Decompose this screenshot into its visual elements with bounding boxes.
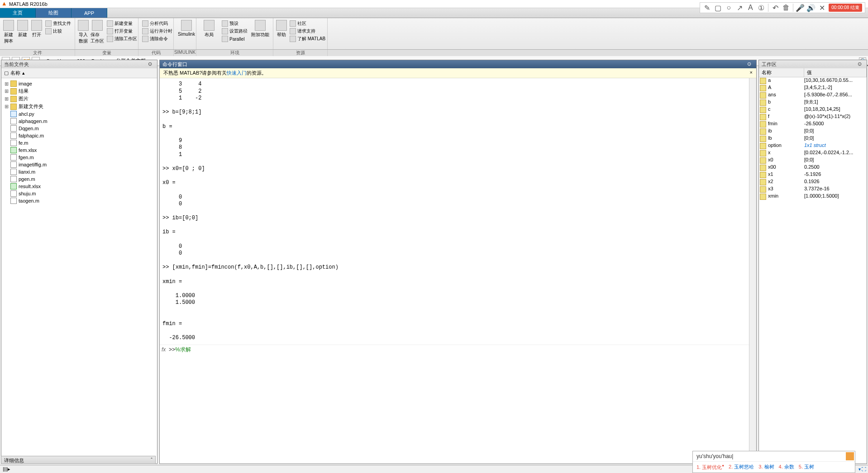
- arrow-icon[interactable]: ↗: [735, 4, 744, 12]
- ws-var-row[interactable]: fmin-26.5000: [759, 121, 867, 128]
- clear-ws-button[interactable]: 清除工作区: [106, 35, 138, 43]
- tab-plots[interactable]: 绘图: [36, 8, 72, 18]
- ws-var-row[interactable]: ans[-5.9308e-07,-2.856...: [759, 92, 867, 99]
- folder-item[interactable]: ⊞新建文件夹: [3, 103, 155, 110]
- cmd-scrollbar[interactable]: [749, 78, 756, 464]
- simulink-button[interactable]: Simulink: [176, 20, 196, 37]
- cmd-current-input[interactable]: %求解: [175, 346, 191, 354]
- ws-var-row[interactable]: x[0.0224,-0.0224,-1.2...: [759, 150, 867, 157]
- run-time-button[interactable]: 运行并计时: [141, 28, 171, 35]
- file-item[interactable]: falphapic.m: [3, 132, 155, 139]
- file-item[interactable]: Dqgen.m: [3, 125, 155, 132]
- file-item[interactable]: ahcl.py: [3, 110, 155, 118]
- compare-button[interactable]: 比较: [44, 28, 72, 35]
- import-data-button[interactable]: 导入 数据: [78, 20, 89, 44]
- file-item[interactable]: pgen.m: [3, 175, 155, 183]
- help-button[interactable]: 帮助: [276, 20, 287, 43]
- number-tool-icon[interactable]: ①: [757, 4, 765, 12]
- save-workspace-button[interactable]: 保存 工作区: [91, 20, 104, 44]
- ws-var-row[interactable]: x33.7372e-16: [759, 186, 867, 193]
- file-item[interactable]: fgen.m: [3, 154, 155, 161]
- ws-var-row[interactable]: lb[0;0]: [759, 135, 867, 142]
- new-button[interactable]: 新建: [17, 20, 29, 44]
- new-var-button[interactable]: 新建变量: [106, 20, 138, 27]
- file-item[interactable]: lianxi.m: [3, 168, 155, 175]
- setpath-button[interactable]: 设置路径: [221, 28, 248, 35]
- ws-var-row[interactable]: x0[0;0]: [759, 157, 867, 164]
- file-icon: [10, 118, 17, 124]
- expand-icon[interactable]: ⊞: [4, 81, 9, 87]
- ws-var-row[interactable]: ib[0;0]: [759, 128, 867, 135]
- ws-var-row[interactable]: x20.1926: [759, 179, 867, 186]
- ws-col-value[interactable]: 值: [804, 68, 867, 77]
- cmd-output[interactable]: 3 4 5 2 1 -2 >> b=[9;8;1] b = 9 8 1 >> x…: [160, 78, 749, 345]
- expand-icon[interactable]: ⊞: [4, 88, 9, 94]
- file-item[interactable]: fem.xlsx: [3, 147, 155, 154]
- square-icon[interactable]: ▢: [714, 4, 722, 12]
- expand-icon[interactable]: ⊞: [4, 96, 9, 102]
- trash-icon[interactable]: 🗑: [782, 4, 790, 12]
- pencil-icon[interactable]: ✎: [703, 4, 711, 12]
- layout-button[interactable]: 布局: [199, 20, 219, 43]
- community-button[interactable]: 社区: [289, 20, 326, 27]
- details-header[interactable]: 详细信息 ˆ: [1, 456, 156, 464]
- find-files-button[interactable]: 查找文件: [44, 20, 72, 27]
- file-item[interactable]: imagetiffig.m: [3, 161, 155, 168]
- ws-var-row[interactable]: A[3,4;5,2;1,-2]: [759, 85, 867, 92]
- text-tool-icon[interactable]: A: [746, 4, 754, 12]
- support-button[interactable]: 请求支持: [289, 28, 326, 35]
- file-item[interactable]: alphaqgen.m: [3, 118, 155, 125]
- banner-close-icon[interactable]: ×: [750, 70, 753, 76]
- quickstart-link[interactable]: 快速入门: [227, 70, 247, 76]
- close-rec-icon[interactable]: ✕: [818, 4, 826, 12]
- tab-home[interactable]: 主页: [0, 8, 36, 18]
- panel-menu-icon[interactable]: ⊙: [148, 61, 154, 67]
- open-button[interactable]: 打开: [30, 20, 43, 44]
- ime-candidate[interactable]: 1. 玉树优化●: [696, 464, 724, 471]
- cmd-input-row[interactable]: fx >> %求解: [160, 345, 749, 355]
- folder-item[interactable]: ⊞图片: [3, 95, 155, 103]
- file-item[interactable]: taogen.m: [3, 197, 155, 204]
- open-var-button[interactable]: 打开变量: [106, 28, 138, 35]
- undo-icon[interactable]: ↶: [771, 4, 779, 12]
- tab-apps[interactable]: APP: [72, 8, 107, 18]
- addons-button[interactable]: 附加功能: [250, 20, 270, 43]
- speaker-icon[interactable]: 🔊: [807, 4, 815, 12]
- folder-col-name[interactable]: 名称: [10, 70, 20, 76]
- prefs-button[interactable]: 预设: [221, 20, 248, 27]
- file-item[interactable]: shuju.m: [3, 190, 155, 197]
- rec-time-badge[interactable]: 00:00:08 结束: [829, 4, 862, 12]
- ime-candidate[interactable]: 5. 玉树: [799, 464, 814, 471]
- circle-icon[interactable]: ○: [725, 4, 733, 12]
- ws-var-row[interactable]: c[10,18,20,14,25]: [759, 106, 867, 114]
- ws-var-row[interactable]: a[10,30,16.6670,0.55...: [759, 77, 867, 85]
- ws-var-row[interactable]: x1-5.1926: [759, 171, 867, 179]
- folder-item[interactable]: ⊞结果: [3, 87, 155, 95]
- ws-var-row[interactable]: b[9;8;1]: [759, 99, 867, 106]
- file-item[interactable]: fe.m: [3, 139, 155, 147]
- ws-var-row[interactable]: x000.2500: [759, 164, 867, 171]
- ws-col-name[interactable]: 名称: [759, 68, 804, 77]
- clear-cmd-button[interactable]: 清除命令: [141, 35, 171, 43]
- ime-input[interactable]: yu'shu'you'hau: [693, 451, 855, 462]
- fx-icon[interactable]: fx: [162, 346, 169, 353]
- folder-item[interactable]: ⊞image: [3, 80, 155, 87]
- learn-button[interactable]: 了解 MATLAB: [289, 35, 326, 43]
- mic-icon[interactable]: 🎤: [796, 4, 804, 12]
- panel-menu-icon[interactable]: ⊙: [858, 61, 864, 67]
- analyze-code-button[interactable]: 分析代码: [141, 20, 171, 27]
- file-item[interactable]: result.xlsx: [3, 183, 155, 190]
- taskbar-icons[interactable]: ▾⛶: [856, 465, 868, 473]
- cmd-body[interactable]: 3 4 5 2 1 -2 >> b=[9;8;1] b = 9 8 1 >> x…: [160, 78, 756, 464]
- ime-candidate[interactable]: 2. 玉树悠哈: [729, 464, 754, 471]
- ws-var-row[interactable]: option1x1 struct: [759, 142, 867, 150]
- parallel-button[interactable]: Parallel: [221, 35, 248, 43]
- ime-candidate[interactable]: 4. 余数: [779, 464, 794, 471]
- new-script-button[interactable]: 新建 脚本: [3, 20, 15, 44]
- ws-var-row[interactable]: xmin[1.0000;1.5000]: [759, 193, 867, 200]
- ws-var-row[interactable]: f@(x)-10*x(1)-11*x(2): [759, 114, 867, 121]
- expand-icon[interactable]: ⊞: [4, 104, 9, 109]
- expand-icon[interactable]: ˆ: [151, 457, 153, 463]
- panel-menu-icon[interactable]: ⊙: [747, 61, 754, 67]
- ime-candidate[interactable]: 3. 榆树: [758, 464, 774, 471]
